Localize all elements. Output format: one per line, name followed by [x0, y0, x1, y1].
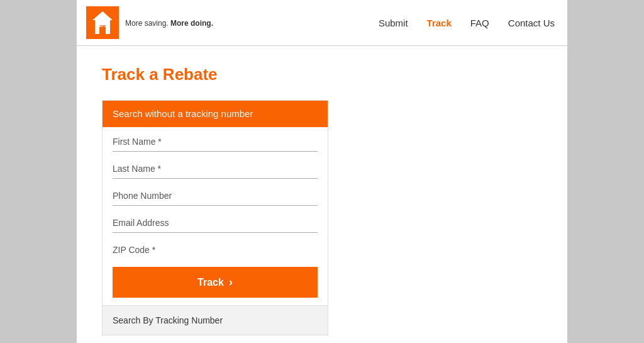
page-body: Track a Rebate Search without a tracking… — [77, 46, 567, 343]
last-name-input[interactable] — [113, 164, 318, 174]
logo-area: THE HOME DEPOT More saving. More doing. — [86, 6, 213, 39]
home-depot-logo-svg: THE HOME DEPOT — [86, 6, 119, 39]
nav-contact[interactable]: Contact Us — [508, 18, 555, 28]
nav-track[interactable]: Track — [427, 18, 452, 28]
main-nav: Submit Track FAQ Contact Us — [379, 18, 555, 28]
search-form-card: Search without a tracking number — [102, 100, 328, 335]
email-input[interactable] — [113, 218, 318, 228]
tagline: More saving. More doing. — [125, 17, 213, 28]
zip-input[interactable] — [113, 245, 318, 255]
phone-input[interactable] — [113, 191, 318, 201]
tagline-bold: More doing. — [170, 19, 213, 28]
logo-icon: THE HOME DEPOT — [86, 6, 119, 39]
nav-faq[interactable]: FAQ — [470, 18, 489, 28]
first-name-field-group — [113, 127, 318, 152]
site-header: THE HOME DEPOT More saving. More doing. … — [77, 0, 567, 46]
zip-field-group — [113, 235, 318, 259]
tracking-number-label: Search By Tracking Number — [113, 315, 223, 325]
track-button[interactable]: Track › — [113, 267, 318, 298]
nav-submit[interactable]: Submit — [379, 18, 408, 28]
svg-text:THE: THE — [99, 16, 106, 20]
svg-text:DEPOT: DEPOT — [97, 24, 108, 28]
form-fields — [103, 127, 328, 259]
form-header: Search without a tracking number — [103, 101, 328, 127]
track-arrow-icon: › — [229, 276, 233, 289]
track-button-label: Track — [197, 277, 224, 288]
tracking-number-section[interactable]: Search By Tracking Number — [103, 305, 328, 335]
form-header-label: Search without a tracking number — [113, 108, 253, 119]
last-name-field-group — [113, 154, 318, 179]
page-title: Track a Rebate — [102, 65, 542, 84]
email-field-group — [113, 208, 318, 233]
first-name-input[interactable] — [113, 137, 318, 147]
phone-field-group — [113, 181, 318, 206]
